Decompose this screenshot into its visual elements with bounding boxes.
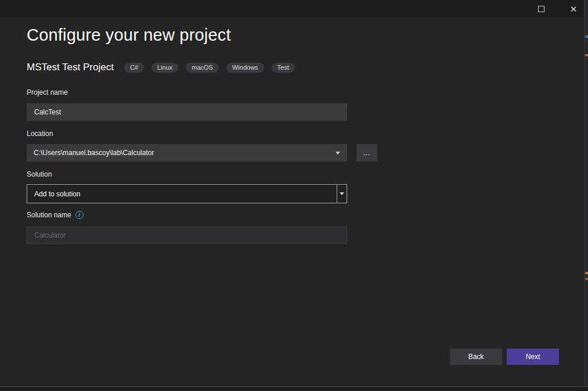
scrollbar-mark <box>585 272 588 274</box>
tag-csharp: C# <box>124 63 144 73</box>
location-label: Location <box>27 130 53 138</box>
tag-linux: Linux <box>151 63 178 73</box>
maximize-icon <box>538 6 544 12</box>
location-value: C:\Users\manuel.bascoy\lab\Calculator <box>34 149 336 157</box>
solution-value: Add to solution <box>27 185 337 203</box>
scrollbar-mark <box>585 35 588 38</box>
page-title: Configure your new project <box>27 26 231 45</box>
close-icon: ✕ <box>570 5 578 13</box>
back-button[interactable]: Back <box>450 349 502 365</box>
project-name-label: Project name <box>27 88 68 96</box>
solution-combobox[interactable]: Add to solution <box>27 184 347 203</box>
solution-dropdown-button[interactable] <box>337 185 347 203</box>
solution-label: Solution <box>27 170 52 178</box>
tag-test: Test <box>272 63 295 73</box>
project-name-input[interactable] <box>27 103 347 121</box>
location-combobox[interactable]: C:\Users\manuel.bascoy\lab\Calculator <box>27 144 347 162</box>
solution-name-input <box>27 227 347 244</box>
template-row: MSTest Test Project C# Linux macOS Windo… <box>27 62 302 73</box>
browse-button[interactable]: ... <box>356 144 377 162</box>
template-name: MSTest Test Project <box>27 62 114 73</box>
window-controls: ✕ <box>532 0 582 17</box>
tag-macos: macOS <box>186 63 219 73</box>
info-icon[interactable]: i <box>75 211 84 219</box>
background-window-edge <box>0 386 588 391</box>
background-window-scrollbar <box>584 0 588 391</box>
solution-name-label-row: Solution name i <box>27 211 84 219</box>
chevron-down-icon <box>336 152 340 155</box>
solution-name-label: Solution name <box>27 211 71 219</box>
titlebar: ✕ <box>0 0 588 17</box>
maximize-button[interactable] <box>532 1 550 17</box>
scrollbar-mark <box>585 54 588 56</box>
tag-windows: Windows <box>226 63 264 73</box>
scrollbar-mark <box>585 278 588 280</box>
chevron-down-icon <box>340 192 344 195</box>
close-button[interactable]: ✕ <box>565 1 582 17</box>
next-button[interactable]: Next <box>507 349 559 365</box>
